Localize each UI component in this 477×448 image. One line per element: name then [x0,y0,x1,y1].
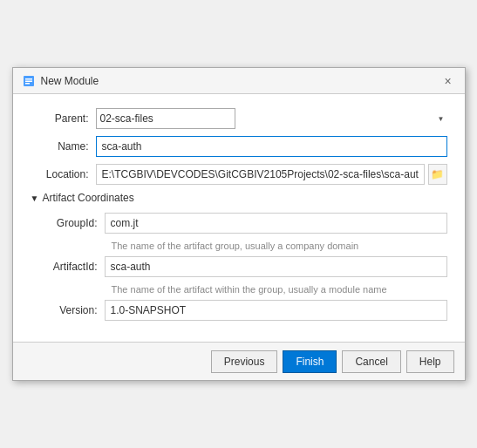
version-control [105,300,447,321]
groupid-row: GroupId: [39,213,447,234]
dialog-footer: Previous Finish Cancel Help [13,342,465,380]
groupid-control [105,213,447,234]
artifactid-hint: The name of the artifact within the grou… [112,284,447,295]
location-label: Location: [31,168,96,180]
help-button[interactable]: Help [406,350,454,373]
dialog-body: Parent: 02-sca-files ▼ Name: Location: [13,94,465,342]
groupid-hint: The name of the artifact group, usually … [112,241,447,251]
location-control: 📁 [96,164,447,185]
finish-button[interactable]: Finish [283,350,337,373]
artifact-section-title: Artifact Coordinates [42,192,133,204]
dialog-title: New Module [41,75,99,87]
artifactid-row: ArtifactId: [39,256,447,277]
parent-row: Parent: 02-sca-files ▼ [31,108,447,129]
folder-icon: 📁 [431,168,444,180]
version-row: Version: [39,300,447,321]
name-control [96,136,447,157]
version-label: Version: [39,304,105,316]
title-bar-left: New Module [22,74,99,88]
previous-button[interactable]: Previous [211,350,278,373]
name-input[interactable] [96,136,447,157]
artifactid-input[interactable] [105,256,447,277]
parent-select[interactable]: 02-sca-files [96,108,235,129]
parent-label: Parent: [31,112,96,125]
parent-control: 02-sca-files ▼ [96,108,447,129]
section-toggle-icon[interactable]: ▼ [31,193,39,203]
title-bar: New Module × [13,68,465,94]
artifact-section-header: ▼ Artifact Coordinates [31,192,447,204]
location-row: Location: 📁 [31,164,447,185]
browse-folder-button[interactable]: 📁 [428,164,447,185]
groupid-input[interactable] [105,213,447,234]
select-arrow-icon: ▼ [438,115,445,123]
name-row: Name: [31,136,447,157]
parent-select-wrap: 02-sca-files ▼ [96,108,447,129]
version-input[interactable] [105,300,447,321]
groupid-label: GroupId: [39,217,105,229]
artifactid-control [105,256,447,277]
svg-rect-1 [25,78,32,80]
module-icon [22,74,36,88]
new-module-dialog: New Module × Parent: 02-sca-files ▼ Name… [12,67,466,381]
svg-rect-3 [25,83,30,85]
artifact-section: GroupId: The name of the artifact group,… [39,213,447,321]
cancel-button[interactable]: Cancel [342,350,400,373]
location-input[interactable] [96,164,425,185]
name-label: Name: [31,140,96,153]
svg-rect-2 [25,80,32,82]
close-button[interactable]: × [440,73,456,89]
artifactid-label: ArtifactId: [39,261,105,273]
